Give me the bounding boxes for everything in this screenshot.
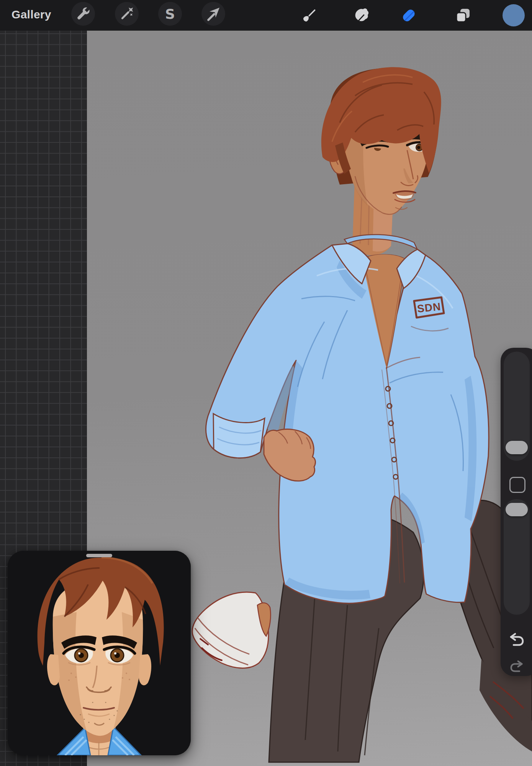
- undo-arrow-icon: [509, 631, 524, 648]
- erase-tool-button[interactable]: [400, 7, 417, 24]
- reference-drag-handle[interactable]: [86, 554, 112, 557]
- paint-tool-button[interactable]: [301, 7, 318, 24]
- brush-opacity-handle[interactable]: [506, 503, 528, 516]
- wrench-icon: [74, 5, 92, 23]
- redo-arrow-icon: [510, 659, 524, 674]
- layers-icon: [454, 7, 472, 24]
- brush-sidebar: [501, 348, 532, 676]
- smudge-tool-button[interactable]: [352, 7, 370, 24]
- reference-portrait: [8, 551, 191, 755]
- eraser-icon: [400, 7, 417, 24]
- gallery-button[interactable]: Gallery: [11, 8, 51, 21]
- selection-button[interactable]: S: [158, 2, 182, 26]
- undo-button[interactable]: [509, 632, 524, 647]
- smudge-finger-icon: [352, 7, 370, 24]
- layers-button[interactable]: [454, 7, 472, 24]
- svg-text:S: S: [165, 6, 175, 22]
- actions-button[interactable]: [71, 2, 95, 26]
- brush-size-handle[interactable]: [506, 441, 528, 454]
- procreate-workspace: Gallery: [0, 0, 532, 766]
- paintbrush-icon: [301, 7, 318, 24]
- svg-text:SDN: SDN: [417, 301, 442, 315]
- transform-button[interactable]: [201, 2, 225, 26]
- top-toolbar: Gallery: [0, 0, 532, 31]
- selection-s-icon: S: [161, 5, 179, 23]
- modify-button[interactable]: [509, 477, 525, 493]
- adjustments-button[interactable]: [115, 2, 139, 26]
- brush-size-slider[interactable]: [504, 352, 530, 461]
- magic-wand-icon: [118, 5, 136, 23]
- reference-window[interactable]: [8, 551, 191, 755]
- color-swatch[interactable]: [503, 4, 525, 26]
- redo-button[interactable]: [509, 659, 524, 674]
- transform-arrow-icon: [205, 5, 222, 23]
- brush-opacity-slider[interactable]: [504, 499, 530, 615]
